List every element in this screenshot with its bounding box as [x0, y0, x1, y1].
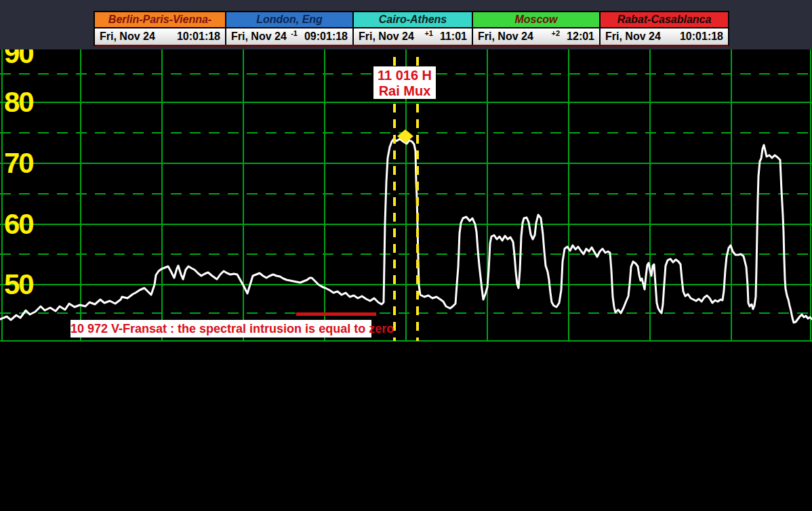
y-axis-label-50: 50 — [4, 270, 47, 299]
world-clock-table: Berlin-Paris-Vienna-Roma Fri, Nov 24 10:… — [94, 11, 729, 47]
clock-date: Fri, Nov 24 — [359, 28, 414, 45]
meter-screen: 90 80 70 60 50 11 016 H Rai Mux 10 972 V… — [0, 0, 812, 511]
clock-time-row: Fri, Nov 24 +2 12:01 — [473, 28, 599, 45]
top-bar: Berlin-Paris-Vienna-Roma Fri, Nov 24 10:… — [0, 0, 812, 49]
clock-city-name: Moscow — [473, 12, 599, 28]
y-axis-label-80: 80 — [4, 88, 47, 117]
clock-utc-offset: +1 — [424, 25, 433, 41]
red-underline-bar — [296, 312, 376, 316]
clock-time-row: Fri, Nov 24 +1 11:01 — [354, 28, 472, 45]
annotation-box: 10 972 V-Fransat : the spectral intrusio… — [70, 320, 371, 338]
clock-cell-cairo-athens: Cairo-Athens Fri, Nov 24 +1 11:01 — [354, 12, 473, 45]
clock-city-name: Cairo-Athens — [354, 12, 472, 28]
marker-frequency-label: 11 016 H — [373, 68, 436, 83]
clock-utc-offset: -1 — [291, 25, 298, 41]
clock-utc-offset: +2 — [552, 25, 561, 41]
clock-time: 12:01 — [567, 28, 594, 45]
clock-date: Fri, Nov 24 — [100, 28, 155, 45]
clock-time-row: Fri, Nov 24 -1 09:01:18 — [226, 28, 352, 45]
clock-cell-berlin-paris-vienna-roma: Berlin-Paris-Vienna-Roma Fri, Nov 24 10:… — [95, 12, 226, 45]
clock-cell-rabat-casablanca: Rabat-Casablanca Fri, Nov 24 10:01:18 — [601, 12, 728, 45]
clock-city-name: Rabat-Casablanca — [601, 12, 728, 28]
clock-date: Fri, Nov 24 — [605, 28, 661, 45]
clock-time: 10:01:18 — [680, 28, 723, 45]
clock-cell-london: London, Eng Fri, Nov 24 -1 09:01:18 — [226, 12, 354, 45]
clock-time: 10:01:18 — [177, 28, 220, 45]
clock-city-name: London, Eng — [226, 12, 352, 28]
clock-time: 11:01 — [440, 28, 467, 45]
clock-date: Fri, Nov 24 — [231, 28, 287, 45]
clock-city-name: Berlin-Paris-Vienna-Roma — [95, 12, 225, 28]
clock-time-row: Fri, Nov 24 10:01:18 — [601, 28, 728, 45]
measurement-panel: ✘ Pwr 83.7 dBµV ✔ C/N 28.2 dB 11016.0 MH… — [0, 343, 812, 511]
marker-mux-name: Rai Mux — [373, 83, 436, 99]
clock-time-row: Fri, Nov 24 10:01:18 — [95, 28, 225, 45]
marker-label-box: 11 016 H Rai Mux — [373, 66, 436, 99]
y-axis-label-70: 70 — [4, 149, 47, 178]
y-axis-label-60: 60 — [4, 210, 47, 239]
clock-cell-moscow: Moscow Fri, Nov 24 +2 12:01 — [473, 12, 601, 45]
clock-time: 09:01:18 — [304, 28, 348, 45]
clock-date: Fri, Nov 24 — [478, 28, 533, 45]
